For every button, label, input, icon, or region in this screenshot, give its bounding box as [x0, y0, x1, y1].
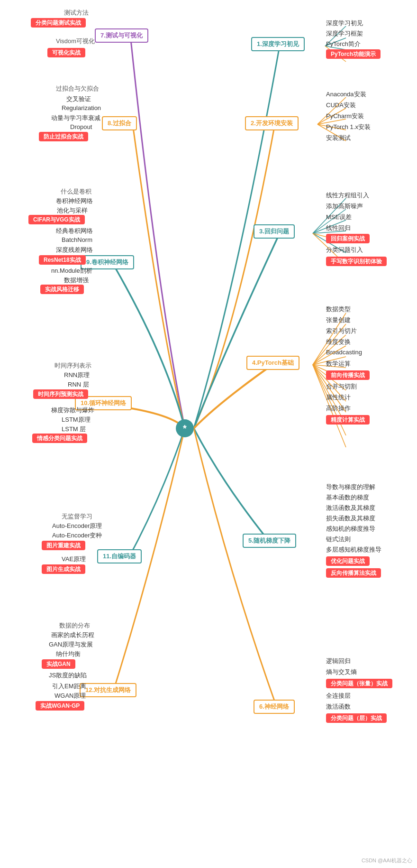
branch-2-label: 2.开发环境安装 — [245, 116, 299, 130]
leaf-batchnorm: BatchNorm — [62, 236, 92, 243]
leaf-install-test: 安装测试 — [326, 134, 351, 142]
leaf-cuda: CUDA安装 — [326, 101, 356, 110]
leaf-autoencoder: Auto-Encoder原理 — [52, 522, 102, 530]
leaf-visdom-title: Visdom可视化 — [56, 37, 95, 46]
branch-6: 6.神经网络 — [254, 700, 295, 714]
leaf-pytorch-demo: PyTorch功能演示 — [326, 50, 381, 58]
leaf-logic-reg: 逻辑回归 — [326, 657, 351, 665]
leaf-timeseries-practice: 时间序列预测实战 — [33, 390, 88, 398]
branch-3: 3.回归问题 — [254, 224, 295, 239]
leaf-conv-title: 什么是卷积 — [61, 187, 91, 196]
leaf-forward-practice: 前向传播实战 — [326, 371, 370, 379]
leaf-regularization: Regularization — [62, 104, 101, 111]
leaf-attr-stats: 属性统计 — [326, 393, 351, 402]
branch-6-label: 6.神经网络 — [254, 700, 295, 714]
leaf-gan-theory: GAN原理与发展 — [49, 640, 93, 649]
leaf-pytorch1x: PyTorch 1.x安装 — [326, 123, 371, 131]
leaf-loss-grad: 损失函数及其梯度 — [326, 514, 375, 523]
leaf-wgan: WGAN原理 — [54, 692, 86, 700]
leaf-pycharm: PyCharm安装 — [326, 112, 364, 120]
branch-12: 12.对抗生成网络 — [80, 683, 136, 697]
leaf-classic-conv: 经典卷积网络 — [56, 227, 93, 235]
leaf-nn-module: nn.Module剖析 — [51, 267, 92, 275]
leaf-classify-intro: 分类问题引入 — [326, 246, 363, 254]
leaf-data-dist: 数据的分布 — [59, 621, 90, 630]
leaf-rnn-theory: RNN原理 — [64, 371, 90, 379]
leaf-linear-eq: 线性方程组引入 — [326, 191, 369, 200]
leaf-conv-nn: 卷积神经网络 — [56, 197, 93, 205]
leaf-js-divergence: JS散度的缺陷 — [49, 671, 87, 680]
leaf-fc-layer: 全连接层 — [326, 692, 351, 700]
leaf-merge-split: 合并与切割 — [326, 382, 357, 391]
leaf-unsupervised: 无监督学习 — [62, 512, 92, 521]
leaf-optim-practice: 优化问题实战 — [326, 557, 370, 565]
branch-3-label: 3.回归问题 — [254, 224, 295, 239]
leaf-gan-practice: 实战GAN — [42, 660, 75, 668]
leaf-backprop-practice: 反向传播算法实战 — [326, 569, 381, 577]
leaf-visual-practice: 可视化实战 — [47, 49, 85, 57]
leaf-pool: 池化与采样 — [57, 206, 88, 215]
leaf-cifar-vgg: CIFAR与VGG实战 — [28, 216, 85, 224]
watermark: CSDN @AAI机器之心 — [362, 857, 412, 864]
branch-4: 4.PyTorch基础 — [246, 356, 299, 370]
leaf-rnn-layer: RNN 层 — [68, 380, 89, 389]
leaf-sigmoid-entropy: 熵与交叉熵 — [326, 668, 357, 676]
leaf-momentum: 动量与学习率衰减 — [51, 114, 100, 122]
leaf-mlp-grad: 多层感知机梯度推导 — [326, 545, 381, 554]
leaf-basic-grad: 基本函数的梯度 — [326, 493, 369, 502]
branch-4-label: 4.PyTorch基础 — [246, 356, 299, 370]
branch-12-label: 12.对抗生成网络 — [80, 683, 136, 697]
leaf-activation: 激活函数 — [326, 702, 351, 711]
leaf-overfit-title: 过拟合与欠拟合 — [56, 84, 99, 93]
leaf-anaconda: Anaconda安装 — [326, 90, 366, 99]
leaf-dl-intro: 深度学习初见 — [326, 19, 363, 28]
leaf-data-types: 数据类型 — [326, 305, 351, 314]
branch-11-label: 11.自编码器 — [97, 549, 142, 563]
center-asterisk: * — [176, 419, 194, 437]
branch-5: 5.随机梯度下降 — [243, 534, 296, 548]
leaf-mse: MSE误差 — [326, 213, 352, 222]
leaf-resnet18: ResNet18实战 — [39, 256, 86, 264]
leaf-index-slice: 索引与切片 — [326, 327, 357, 335]
leaf-dim-transform: 维度变换 — [326, 338, 351, 346]
center-node: * — [176, 419, 194, 437]
leaf-nash: 纳什均衡 — [56, 650, 81, 658]
mind-map: * 7.测试与可视化 测试方法 分类问题测试实战 Visdom可视化 可视化实战… — [0, 0, 417, 868]
branch-1-label: 1.深度学习初见 — [251, 37, 305, 51]
leaf-perceptron-grad: 感知机的梯度推导 — [326, 525, 375, 533]
leaf-resnet: 深度残差网络 — [56, 246, 93, 254]
leaf-tensor-create: 张量创建 — [326, 316, 351, 324]
leaf-cross-val: 交叉验证 — [66, 95, 91, 103]
leaf-linear-reg: 线性回归 — [326, 224, 351, 232]
leaf-sentiment-practice: 情感分类问题实战 — [32, 434, 87, 443]
leaf-math-ops: 数学运算 — [326, 360, 351, 368]
leaf-deriv-theory: 导数与梯度的理解 — [326, 483, 375, 491]
branch-8: 8.过拟合 — [102, 116, 137, 130]
leaf-wgan-gp: 实战WGAN-GP — [36, 702, 84, 710]
leaf-image-gen: 图片生成实战 — [42, 565, 85, 573]
leaf-pytorch-intro: PyTorch简介 — [326, 40, 361, 48]
leaf-classify-tensor: 分类问题（张量）实战 — [326, 680, 392, 688]
leaf-em-dist: 引入EM距离 — [52, 682, 86, 691]
branch-2: 2.开发环境安装 — [245, 116, 299, 130]
leaf-timeseries-repr: 时间序列表示 — [54, 361, 91, 370]
leaf-regression-practice: 回归案例实战 — [326, 235, 370, 243]
leaf-lstm-layer: LSTM 层 — [62, 425, 86, 434]
leaf-add-noise: 添加高斯噪声 — [326, 202, 363, 211]
leaf-vae: VAE原理 — [62, 555, 86, 563]
leaf-style-transfer: 实战风格迁移 — [40, 286, 84, 294]
leaf-overfit-practice: 防止过拟合实战 — [39, 133, 88, 141]
leaf-chain-rule: 链式法则 — [326, 535, 351, 544]
leaf-precision-practice: 精度计算实战 — [326, 416, 370, 424]
leaf-lstm-theory: LSTM原理 — [62, 416, 91, 424]
leaf-dropout: Dropout — [70, 123, 92, 130]
leaf-test-title: 测试方法 — [64, 9, 89, 17]
branch-8-label: 8.过拟合 — [102, 116, 137, 130]
branch-11: 11.自编码器 — [97, 549, 142, 563]
leaf-activation-grad: 激活函数及其梯度 — [326, 504, 375, 512]
leaf-broadcasting: Broadcasting — [326, 349, 362, 356]
leaf-autoencoder-var: Auto-Encoder变种 — [52, 531, 102, 540]
leaf-classify-test: 分类问题测试实战 — [31, 19, 86, 27]
leaf-handwrite: 手写数字识别初体验 — [326, 258, 387, 266]
branch-1: 1.深度学习初见 — [251, 37, 305, 51]
